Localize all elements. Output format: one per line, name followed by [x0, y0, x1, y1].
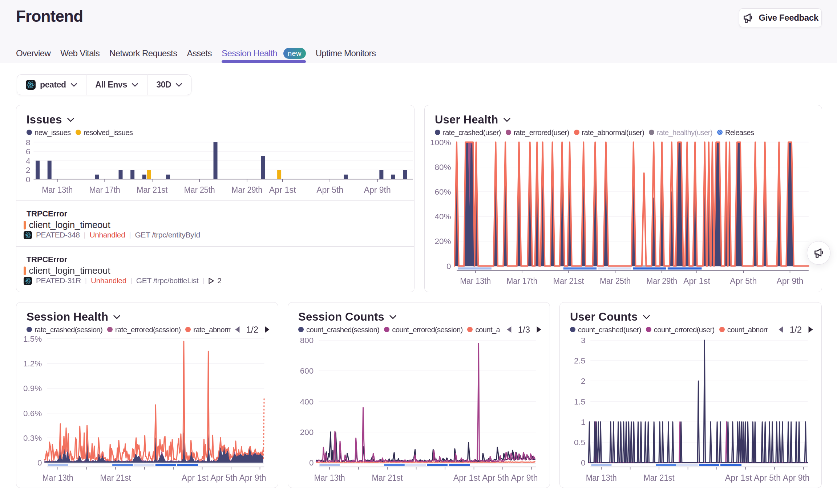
release-track-bar[interactable]	[449, 464, 470, 466]
previous-page-arrow[interactable]	[506, 326, 512, 333]
legend-item[interactable]: resolved_issues	[76, 128, 133, 137]
panel-header[interactable]: Issues	[27, 113, 74, 126]
legend-item[interactable]: count_abnormal(user)	[719, 325, 768, 334]
environment-filter[interactable]: All Envs	[86, 75, 147, 95]
series-line-rate_abnormal(session)	[44, 341, 263, 461]
bar-new_issues[interactable]	[95, 175, 99, 179]
release-track-bar[interactable]	[591, 464, 612, 466]
y-axis-label: 400	[300, 397, 314, 406]
tab-network-requests[interactable]: Network Requests	[109, 45, 177, 62]
legend-label: count_crashed(session)	[306, 325, 379, 334]
bar-new_issues[interactable]	[119, 170, 123, 179]
chevron-down-icon	[643, 315, 650, 320]
panel-title: User Health	[435, 113, 498, 126]
previous-page-arrow[interactable]	[778, 326, 784, 333]
x-axis-label: Apr 5th	[316, 185, 343, 195]
date-range-filter[interactable]: 30D	[147, 75, 191, 95]
legend-dot	[719, 327, 725, 332]
bar-new_issues[interactable]	[142, 175, 146, 179]
y-axis-label: 0	[309, 458, 314, 467]
give-feedback-button[interactable]: Give Feedback	[739, 8, 822, 27]
y-axis-label: 0.5	[574, 438, 585, 447]
y-axis-label: 20%	[434, 237, 451, 246]
legend-label: rate_crashed(session)	[35, 325, 102, 334]
legend-item[interactable]: rate_healthy(user)	[649, 128, 712, 137]
legend-pagination: 1/3	[503, 325, 542, 334]
release-track-bar[interactable]	[112, 464, 133, 466]
project-filter[interactable]: peated	[17, 75, 86, 95]
next-page-arrow[interactable]	[808, 326, 813, 333]
bar-new_issues[interactable]	[166, 175, 170, 179]
y-axis-label: 0.3%	[23, 434, 42, 443]
tab-uptime-monitors[interactable]: Uptime Monitors	[316, 45, 376, 62]
release-track-bar[interactable]	[405, 464, 426, 466]
x-axis-label: Apr 5th	[210, 473, 237, 483]
release-track-bar[interactable]	[563, 267, 597, 269]
panel-header[interactable]: Session Health	[27, 310, 121, 324]
legend-item[interactable]: rate_crashed(user)	[435, 128, 501, 137]
previous-page-arrow[interactable]	[235, 326, 240, 333]
pagination-label: 1/2	[246, 325, 258, 335]
release-track-bar[interactable]	[699, 464, 719, 466]
legend-item[interactable]: count_abnormal(session)	[467, 325, 500, 334]
pagination-label: 1/3	[518, 325, 530, 335]
tab-web-vitals[interactable]: Web Vitals	[60, 45, 100, 62]
panel-header[interactable]: Session Counts	[298, 310, 397, 324]
bar-new_issues[interactable]	[36, 161, 40, 179]
legend-item[interactable]: count_errored(session)	[384, 325, 462, 334]
release-track-bar[interactable]	[458, 267, 492, 269]
legend-item[interactable]: rate_abnormal(session)	[185, 325, 236, 334]
y-axis-label: 3	[581, 336, 586, 345]
release-track-bar[interactable]	[427, 464, 448, 466]
legend-item[interactable]: count_crashed(user)	[570, 325, 641, 334]
panel-header[interactable]: User Health	[435, 113, 511, 126]
next-page-arrow[interactable]	[536, 326, 542, 333]
tab-label: Network Requests	[109, 48, 177, 58]
release-track-bar[interactable]	[656, 464, 676, 466]
legend-dot	[435, 130, 440, 135]
bar-resolved_issues[interactable]	[277, 170, 281, 179]
tab-overview[interactable]: Overview	[16, 45, 50, 62]
x-axis-label: Mar 17th	[506, 276, 537, 286]
release-track-bar[interactable]	[598, 267, 631, 269]
panel-header[interactable]: User Counts	[570, 310, 650, 324]
bar-new_issues[interactable]	[391, 175, 395, 179]
tab-session-health[interactable]: Session Healthnew	[222, 45, 306, 62]
bar-new_issues[interactable]	[214, 142, 218, 179]
page-header: Frontend Give Feedback OverviewWeb Vital…	[0, 0, 837, 63]
legend-label: count_crashed(user)	[578, 325, 641, 334]
release-track-bar[interactable]	[668, 267, 702, 269]
bar-resolved_issues[interactable]	[147, 170, 151, 179]
legend-item[interactable]: rate_crashed(session)	[27, 325, 102, 334]
release-track-bar[interactable]	[134, 464, 154, 466]
bar-new_issues[interactable]	[344, 175, 348, 179]
bar-new_issues[interactable]	[403, 170, 407, 179]
next-page-arrow[interactable]	[264, 326, 270, 333]
legend-item[interactable]: count_errored(user)	[646, 325, 715, 334]
bar-new_issues[interactable]	[48, 161, 52, 179]
release-track-bar[interactable]	[177, 464, 198, 466]
page-title: Frontend	[16, 7, 83, 25]
legend-item[interactable]: rate_errored(session)	[107, 325, 181, 334]
chevron-down-icon	[175, 83, 182, 87]
tab-assets[interactable]: Assets	[187, 45, 212, 62]
legend-item[interactable]: Releases	[717, 128, 754, 137]
release-track-bar[interactable]	[155, 464, 176, 466]
legend-item[interactable]: count_crashed(session)	[298, 325, 379, 334]
legend-item[interactable]: new_issues	[27, 128, 71, 137]
bar-new_issues[interactable]	[130, 170, 134, 179]
bar-new_issues[interactable]	[261, 156, 265, 179]
release-track-bar[interactable]	[677, 464, 698, 466]
megaphone-icon	[813, 247, 824, 259]
legend-item[interactable]: rate_errored(user)	[506, 128, 569, 137]
release-track-bar[interactable]	[633, 267, 666, 269]
legend-label: Releases	[725, 128, 754, 137]
y-axis-label: 60%	[434, 187, 451, 196]
legend-item[interactable]: rate_abnormal(user)	[574, 128, 644, 137]
release-track-bar[interactable]	[384, 464, 405, 466]
bar-new_issues[interactable]	[379, 170, 383, 179]
feedback-fab-button[interactable]	[807, 241, 830, 265]
release-track-bar[interactable]	[320, 464, 340, 466]
release-track-bar[interactable]	[48, 464, 68, 466]
release-track-bar[interactable]	[720, 464, 741, 466]
